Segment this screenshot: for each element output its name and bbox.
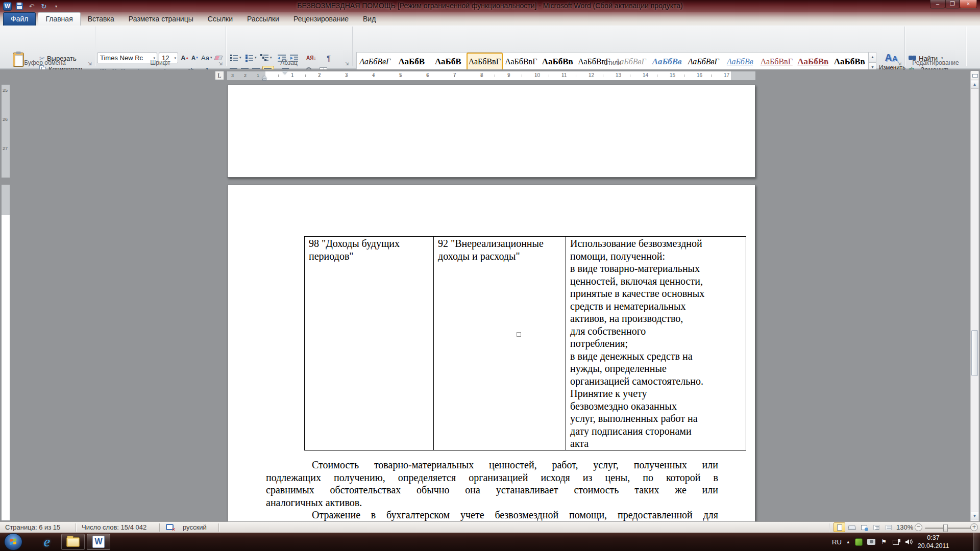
table-resize-handle[interactable]	[517, 332, 521, 337]
ruler-number: 13	[616, 72, 621, 78]
proofing-errors-icon[interactable]	[166, 524, 174, 530]
font-group-label: Шрифт	[97, 59, 224, 67]
start-button[interactable]	[4, 533, 22, 550]
horizontal-ruler[interactable]: 3211234567891011121314151617	[227, 71, 755, 80]
word-logo-icon[interactable]: W	[3, 2, 12, 11]
zoom-in-button[interactable]: +	[970, 523, 978, 531]
page-previous[interactable]	[227, 85, 755, 178]
zoom-slider-thumb[interactable]	[943, 524, 948, 532]
show-desktop-button[interactable]	[973, 533, 980, 551]
word-icon: W	[92, 536, 105, 548]
word-count[interactable]: Число слов: 15/4 042	[82, 523, 146, 531]
group-separator	[352, 27, 353, 66]
draft-view-button[interactable]	[883, 522, 894, 532]
styles-dialog-launcher[interactable]: ⇲	[896, 60, 902, 66]
table-cell-usage[interactable]: Использование безвозмездной помощи, полу…	[566, 237, 746, 450]
styles-scroll-up[interactable]: ▲	[869, 52, 876, 62]
save-icon	[16, 3, 23, 10]
ruler-margin-number: 3	[231, 73, 234, 78]
group-separator	[966, 27, 966, 66]
page-indicator[interactable]: Страница: 6 из 15	[5, 523, 60, 531]
ruler-number: 15	[670, 72, 675, 78]
network-tray-icon[interactable]	[893, 539, 900, 545]
system-tray: RU ▲ ⚑ 0:37 20.04.2011	[832, 533, 949, 551]
clipboard-dialog-launcher[interactable]: ⇲	[87, 60, 93, 66]
tab-рассылки[interactable]: Рассылки	[240, 13, 286, 26]
scroll-up-arrow[interactable]: ▲	[971, 81, 978, 89]
left-indent-marker[interactable]	[262, 79, 266, 81]
zoom-slider-track[interactable]	[925, 528, 972, 529]
scrollbar-thumb[interactable]	[971, 330, 978, 376]
vertical-scrollbar[interactable]: ▲ ▼	[970, 71, 979, 521]
outline-view-icon	[873, 525, 879, 530]
ruler-margin-number: 2	[244, 73, 247, 78]
table-cell-account-98[interactable]: 98 "Доходы будущих периодов"	[305, 237, 434, 450]
restore-button[interactable]: ❐	[945, 0, 960, 9]
ruler-margin-number: 1	[257, 73, 259, 78]
paragraph-dialog-launcher[interactable]: ⇲	[344, 60, 350, 66]
action-center-flag-icon[interactable]: ⚑	[880, 538, 888, 546]
word-taskbar-button[interactable]: W	[87, 534, 110, 550]
volume-tray-icon[interactable]	[905, 538, 913, 546]
close-button[interactable]: ×	[960, 0, 977, 9]
styles-group-label: Стили	[356, 59, 869, 67]
show-hidden-icons-button[interactable]: ▲	[846, 540, 850, 544]
tab-вид[interactable]: Вид	[356, 13, 383, 26]
full-screen-reading-button[interactable]	[846, 522, 857, 532]
paragraph1-line-3[interactable]: аналогичных активов.	[266, 496, 718, 509]
zoom-level[interactable]: 130%	[896, 523, 913, 531]
first-line-indent-marker[interactable]	[282, 71, 287, 74]
ruler-text-area	[2, 215, 10, 520]
paragraph2-line-0[interactable]: Отражение в бухгалтерском учете безвозме…	[266, 509, 718, 521]
ruler-number: 12	[589, 72, 594, 78]
reading-view-icon	[848, 525, 856, 530]
page-current[interactable]: 98 "Доходы будущих периодов" 92 "Внереал…	[227, 185, 755, 521]
internet-explorer-button[interactable]: e	[38, 535, 56, 549]
tab-ссылки[interactable]: Ссылки	[201, 13, 240, 26]
print-layout-icon	[837, 524, 842, 531]
tab-рецензирование[interactable]: Рецензирование	[286, 13, 356, 26]
ruler-toggle-button[interactable]	[971, 71, 978, 80]
ruler-number: 1	[291, 72, 294, 78]
vertical-ruler-number: 26	[3, 117, 8, 122]
qat-customize-button[interactable]: ▾	[52, 2, 61, 11]
web-layout-button[interactable]	[858, 522, 870, 532]
scroll-down-arrow[interactable]: ▼	[971, 512, 978, 520]
antivirus-tray-icon[interactable]	[855, 538, 863, 546]
table-cell-account-92[interactable]: 92 "Внереализационные доходы и расходы"	[434, 237, 566, 450]
language-tray-indicator[interactable]: RU	[832, 538, 842, 546]
zoom-out-button[interactable]: −	[915, 523, 922, 531]
paragraph1-line-0[interactable]: Стоимость товарно-материальных ценностей…	[266, 459, 718, 471]
web-layout-icon	[861, 525, 867, 530]
group-separator	[95, 27, 95, 66]
tab-вставка[interactable]: Вставка	[81, 13, 121, 26]
vertical-ruler[interactable]: 252627	[2, 85, 10, 520]
status-separator	[218, 523, 219, 532]
windows-explorer-button[interactable]	[61, 534, 85, 550]
redo-button[interactable]: ↻	[39, 2, 48, 11]
undo-button[interactable]: ↶	[27, 2, 36, 11]
clock[interactable]: 0:37 20.04.2011	[918, 534, 949, 550]
tab-разметка-страницы[interactable]: Разметка страницы	[121, 13, 201, 26]
ribbon-tabs: ФайлГлавнаяВставкаРазметка страницыСсылк…	[3, 12, 383, 26]
save-button[interactable]	[15, 2, 24, 11]
tab-selector[interactable]: L	[215, 71, 224, 80]
paragraph1-line-2[interactable]: сравнимых обстоятельствах обычно она уст…	[266, 484, 718, 496]
ribbon: Вставить ▾ ✂ Вырезать Копировать Формат …	[0, 26, 980, 69]
body-paragraphs[interactable]: Стоимость товарно-материальных ценностей…	[266, 459, 718, 521]
tab-файл[interactable]: Файл	[3, 12, 36, 26]
group-separator	[226, 27, 226, 66]
paragraph1-line-1[interactable]: подлежащих получению, определяется орган…	[266, 471, 718, 484]
device-tray-icon[interactable]	[867, 539, 875, 545]
tab-главная[interactable]: Главная	[38, 12, 80, 26]
print-layout-view-button[interactable]	[834, 522, 845, 532]
outline-view-button[interactable]	[870, 522, 882, 532]
draft-view-icon	[886, 525, 892, 530]
quick-access-toolbar: W ↶ ↻ ▾	[3, 1, 61, 11]
minimize-button[interactable]: –	[930, 0, 945, 9]
tray-time: 0:37	[927, 534, 939, 541]
ruler-number: 7	[453, 72, 456, 78]
language-indicator[interactable]: русский	[183, 523, 207, 531]
font-dialog-launcher[interactable]: ⇲	[217, 60, 224, 66]
ruler-number: 4	[372, 72, 375, 78]
